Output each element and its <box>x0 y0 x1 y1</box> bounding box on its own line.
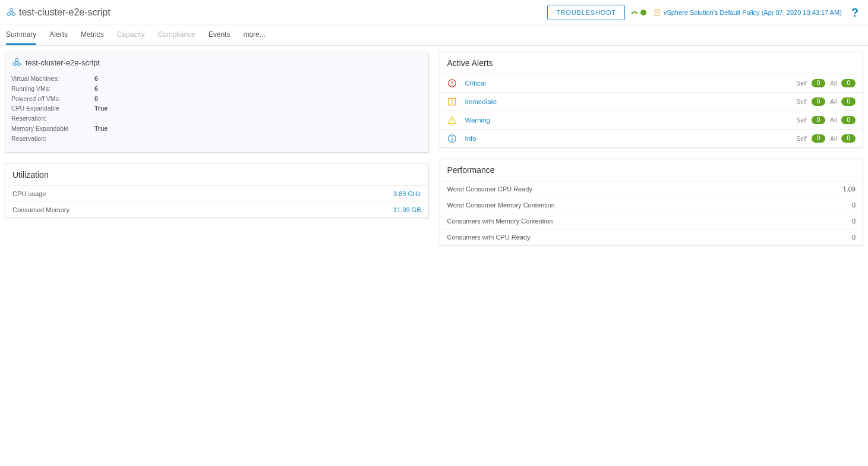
performance-row: Consumers with CPU Ready0 <box>440 229 863 245</box>
prop-val: 0 <box>94 94 98 104</box>
status-icons <box>631 9 647 16</box>
svg-point-10 <box>15 59 18 62</box>
prop-key: Powered off VMs: <box>11 94 94 104</box>
svg-point-24 <box>452 122 452 122</box>
alert-self-label: Self <box>797 99 807 105</box>
tab-more[interactable]: more... <box>243 24 265 45</box>
overview-prop: Memory Expandable Reservation:True <box>11 124 422 144</box>
alert-label[interactable]: Info <box>465 135 476 142</box>
status-receiving-icon <box>631 9 638 16</box>
tab-capacity: Capacity <box>117 24 145 45</box>
tab-events[interactable]: Events <box>209 24 231 45</box>
alert-all-count[interactable]: 0 <box>841 79 856 87</box>
performance-row: Worst Consumer Memory Contention0 <box>440 197 863 213</box>
tabs: SummaryAlertsMetricsCapacityComplianceEv… <box>0 24 868 46</box>
alert-label[interactable]: Warning <box>465 116 490 124</box>
svg-point-18 <box>452 85 453 86</box>
alert-self-count[interactable]: 0 <box>812 79 826 87</box>
alert-row-critical: Critical Self 0 All 0 <box>440 74 863 93</box>
alert-label[interactable]: Critical <box>465 80 486 87</box>
header-right: TROUBLESHOOT vSphere Solution's Default … <box>547 5 862 20</box>
policy-icon <box>653 8 661 17</box>
alert-all-count[interactable]: 0 <box>841 134 856 143</box>
alert-all-count[interactable]: 0 <box>841 116 856 124</box>
perf-name: Consumers with Memory Contention <box>447 218 553 225</box>
utilization-header: Utilization <box>5 164 428 186</box>
svg-point-6 <box>640 10 646 15</box>
overview-prop: Virtual Machines:6 <box>11 74 422 84</box>
policy-link[interactable]: vSphere Solution's Default Policy (Apr 0… <box>653 8 842 17</box>
header-left: test-cluster-e2e-script <box>6 7 111 18</box>
right-column: Active Alerts Critical Self 0 All 0 Imme… <box>440 52 864 245</box>
performance-header: Performance <box>440 159 863 181</box>
svg-line-13 <box>15 61 16 63</box>
alert-self-label: Self <box>797 80 807 87</box>
immediate-icon <box>447 97 457 106</box>
prop-val: True <box>94 103 108 124</box>
alert-self-count[interactable]: 0 <box>812 116 826 124</box>
alert-label[interactable]: Immediate <box>465 98 497 105</box>
perf-value: 0 <box>852 218 856 225</box>
svg-line-14 <box>18 61 19 63</box>
svg-point-26 <box>452 136 453 137</box>
overview-panel: test-cluster-e2e-script Virtual Machines… <box>5 52 429 153</box>
prop-val: 6 <box>94 74 98 84</box>
overview-prop: CPU Expandable Reservation:True <box>11 103 422 124</box>
svg-point-21 <box>452 103 453 105</box>
utilization-row: CPU usage3.83 GHz <box>5 186 428 202</box>
tab-summary[interactable]: Summary <box>6 24 36 45</box>
warning-icon <box>447 115 457 125</box>
page-header: test-cluster-e2e-script TROUBLESHOOT vSp… <box>0 0 868 24</box>
overview-body: Virtual Machines:6Running VMs:6Powered o… <box>5 71 428 152</box>
critical-icon <box>447 78 457 88</box>
policy-text: vSphere Solution's Default Policy (Apr 0… <box>664 9 842 16</box>
overview-prop: Running VMs:6 <box>11 84 422 94</box>
left-column: test-cluster-e2e-script Virtual Machines… <box>5 52 429 245</box>
cluster-icon <box>6 7 17 18</box>
content: test-cluster-e2e-script Virtual Machines… <box>0 46 868 251</box>
util-value[interactable]: 11.99 GB <box>393 206 421 213</box>
page-title: test-cluster-e2e-script <box>19 7 111 18</box>
overview-title: test-cluster-e2e-script <box>26 58 100 67</box>
tab-alerts[interactable]: Alerts <box>49 24 68 45</box>
util-value[interactable]: 3.83 GHz <box>393 190 421 197</box>
overview-prop: Powered off VMs:0 <box>11 94 422 104</box>
prop-val: 6 <box>94 84 98 94</box>
alert-row-immediate: Immediate Self 0 All 0 <box>440 93 863 111</box>
prop-val: True <box>94 124 108 144</box>
prop-key: Running VMs: <box>11 84 94 94</box>
perf-name: Worst Consumer CPU Ready <box>447 185 532 193</box>
active-alerts-header: Active Alerts <box>440 52 863 74</box>
prop-key: Virtual Machines: <box>11 74 94 84</box>
alert-row-info: Info Self 0 All 0 <box>440 130 863 147</box>
alert-self-count[interactable]: 0 <box>812 134 826 143</box>
alert-all-label: All <box>830 99 837 105</box>
overview-title-row: test-cluster-e2e-script <box>5 52 428 71</box>
svg-line-4 <box>12 11 14 13</box>
perf-value: 0 <box>852 201 856 209</box>
performance-row: Worst Consumer CPU Ready1.09 <box>440 181 863 197</box>
utilization-row: Consumed Memory11.99 GB <box>5 202 428 218</box>
alert-all-count[interactable]: 0 <box>841 97 856 106</box>
alert-all-label: All <box>830 117 837 124</box>
svg-line-3 <box>10 11 11 13</box>
troubleshoot-button[interactable]: TROUBLESHOOT <box>547 5 625 20</box>
alert-row-warning: Warning Self 0 All 0 <box>440 111 863 130</box>
performance-rows: Worst Consumer CPU Ready1.09Worst Consum… <box>440 181 863 245</box>
alert-rows: Critical Self 0 All 0 Immediate Self 0 A… <box>440 74 863 147</box>
svg-point-0 <box>10 9 13 12</box>
active-alerts-panel: Active Alerts Critical Self 0 All 0 Imme… <box>440 52 864 148</box>
alert-all-label: All <box>830 80 837 87</box>
svg-point-1 <box>8 13 11 16</box>
alert-self-label: Self <box>797 136 807 142</box>
utilization-rows: CPU usage3.83 GHzConsumed Memory11.99 GB <box>5 186 428 218</box>
alert-self-count[interactable]: 0 <box>812 97 826 106</box>
info-icon <box>447 134 457 143</box>
help-icon[interactable]: ? <box>848 6 862 20</box>
performance-panel: Performance Worst Consumer CPU Ready1.09… <box>440 159 864 245</box>
tab-metrics[interactable]: Metrics <box>81 24 104 45</box>
utilization-panel: Utilization CPU usage3.83 GHzConsumed Me… <box>5 163 429 218</box>
cluster-icon <box>11 57 22 68</box>
svg-point-12 <box>18 63 21 66</box>
alert-self-label: Self <box>797 117 807 124</box>
